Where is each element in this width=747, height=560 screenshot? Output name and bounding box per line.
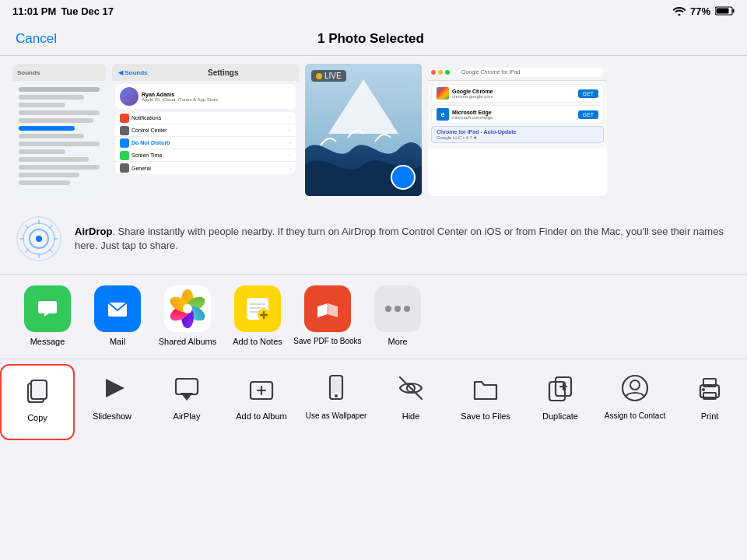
copy-icon bbox=[18, 370, 57, 409]
status-indicators: 77% bbox=[673, 5, 735, 17]
airdrop-description: AirDrop. Share instantly with people nea… bbox=[75, 225, 731, 253]
print-icon bbox=[690, 369, 729, 408]
more-apps-icon bbox=[374, 285, 421, 332]
share-mail-button[interactable]: Mail bbox=[82, 281, 153, 352]
photo-thumb-2[interactable]: ◀ Sounds Settings Ryan Adams Apple ID, i… bbox=[112, 64, 299, 196]
slideshow-label: Slideshow bbox=[93, 411, 132, 422]
airdrop-section: AirDrop. Share instantly with people nea… bbox=[0, 204, 747, 274]
device-wallpaper-icon bbox=[319, 371, 353, 405]
assign-contact-icon bbox=[615, 369, 654, 408]
action-add-album-button[interactable]: Add to Album bbox=[224, 364, 299, 440]
svg-point-26 bbox=[395, 306, 401, 312]
slideshow-icon bbox=[93, 369, 132, 408]
bottom-actions-row: Copy Slideshow AirPlay Add to Al bbox=[0, 359, 747, 445]
message-icon bbox=[24, 285, 71, 332]
share-message-button[interactable]: Message bbox=[12, 281, 82, 352]
airplay-screen-icon bbox=[170, 371, 204, 405]
wave-artwork bbox=[305, 64, 422, 196]
person-circle-icon bbox=[618, 371, 652, 405]
hide-eye-icon bbox=[394, 371, 428, 405]
svg-point-25 bbox=[385, 306, 391, 312]
folder-icon bbox=[468, 371, 503, 405]
svg-rect-29 bbox=[31, 380, 47, 399]
action-hide-button[interactable]: Hide bbox=[374, 364, 448, 440]
share-apps-row: Message Mail bbox=[0, 274, 747, 359]
battery-icon bbox=[715, 6, 735, 16]
assign-contact-label: Assign to Contact bbox=[605, 411, 665, 421]
photos-icon bbox=[164, 285, 211, 332]
three-dots-icon bbox=[384, 303, 411, 315]
add-to-album-icon bbox=[242, 369, 281, 408]
airdrop-icon bbox=[16, 215, 62, 262]
action-duplicate-button[interactable]: Duplicate bbox=[523, 364, 598, 440]
svg-rect-1 bbox=[733, 9, 735, 13]
share-notes-button[interactable]: Add to Notes bbox=[223, 281, 293, 352]
action-slideshow-button[interactable]: Slideshow bbox=[75, 364, 149, 440]
svg-rect-37 bbox=[331, 379, 341, 393]
battery-level: 77% bbox=[690, 5, 710, 17]
svg-point-38 bbox=[335, 394, 338, 397]
page-title: 1 Photo Selected bbox=[317, 31, 424, 47]
notes-icon bbox=[234, 285, 281, 332]
action-save-files-button[interactable]: Save to Files bbox=[448, 364, 523, 440]
books-icon bbox=[304, 285, 351, 332]
svg-marker-30 bbox=[106, 379, 124, 397]
check-icon bbox=[398, 174, 409, 183]
status-bar: 11:01 PM Tue Dec 17 77% bbox=[0, 0, 747, 22]
photo-thumb-3[interactable]: LIVE bbox=[305, 64, 422, 196]
action-airplay-button[interactable]: AirPlay bbox=[149, 364, 224, 440]
svg-rect-2 bbox=[717, 9, 729, 14]
action-print-button[interactable]: Print bbox=[672, 364, 747, 440]
action-wallpaper-button[interactable]: Use as Wallpaper bbox=[299, 364, 374, 440]
svg-line-40 bbox=[400, 377, 422, 399]
photo-thumb-4[interactable]: Google Chrome for iPad Google Chrome chr… bbox=[428, 64, 607, 196]
svg-rect-31 bbox=[176, 379, 198, 394]
add-to-notes-label: Add to Notes bbox=[233, 337, 282, 347]
books-open-icon bbox=[314, 296, 341, 322]
mail-label: Mail bbox=[110, 337, 125, 347]
svg-point-27 bbox=[404, 306, 410, 312]
wallpaper-label: Use as Wallpaper bbox=[306, 411, 367, 421]
live-badge: LIVE bbox=[311, 70, 346, 82]
status-time: 11:01 PM bbox=[12, 5, 56, 17]
printer-icon bbox=[693, 371, 727, 405]
play-triangle-icon bbox=[95, 371, 129, 405]
wifi-icon bbox=[673, 6, 686, 16]
message-label: Message bbox=[30, 337, 65, 347]
more-apps-label: More bbox=[388, 337, 407, 347]
action-copy-button[interactable]: Copy bbox=[0, 364, 75, 440]
duplicate-label: Duplicate bbox=[542, 411, 578, 422]
airplay-label: AirPlay bbox=[174, 411, 201, 422]
selected-checkmark bbox=[394, 168, 414, 188]
copy-documents-icon bbox=[20, 373, 54, 407]
airplay-icon bbox=[167, 369, 206, 408]
wallpaper-icon bbox=[317, 369, 356, 408]
svg-point-8 bbox=[36, 236, 42, 242]
mail-envelope-icon bbox=[105, 296, 130, 321]
save-to-files-icon bbox=[466, 369, 505, 408]
svg-point-50 bbox=[702, 388, 705, 391]
more-apps-button[interactable]: More bbox=[363, 281, 433, 352]
airdrop-title: AirDrop bbox=[75, 226, 112, 237]
status-time-date: 11:01 PM Tue Dec 17 bbox=[12, 5, 114, 17]
svg-point-16 bbox=[183, 304, 192, 313]
duplicate-icon bbox=[541, 369, 580, 408]
add-album-icon bbox=[244, 371, 279, 405]
add-to-album-label: Add to Album bbox=[236, 411, 286, 422]
header: Cancel 1 Photo Selected bbox=[0, 22, 747, 56]
action-assign-contact-button[interactable]: Assign to Contact bbox=[598, 364, 672, 440]
cancel-button[interactable]: Cancel bbox=[16, 31, 57, 47]
photo-strip: Sounds ◀ Sounds bbox=[0, 56, 747, 204]
duplicate-stack-icon bbox=[543, 371, 577, 405]
shared-albums-label: Shared Albums bbox=[159, 337, 217, 347]
copy-label: Copy bbox=[27, 413, 47, 423]
save-to-files-label: Save to Files bbox=[461, 411, 510, 422]
svg-marker-32 bbox=[181, 393, 193, 401]
share-books-button[interactable]: Save PDF to Books bbox=[293, 281, 363, 352]
photo-thumb-1[interactable]: Sounds bbox=[12, 64, 106, 196]
mail-icon bbox=[94, 285, 141, 332]
live-label: LIVE bbox=[324, 72, 342, 80]
hide-icon bbox=[391, 369, 430, 408]
message-bubble-icon bbox=[35, 296, 60, 321]
share-photos-button[interactable]: Shared Albums bbox=[153, 281, 223, 352]
